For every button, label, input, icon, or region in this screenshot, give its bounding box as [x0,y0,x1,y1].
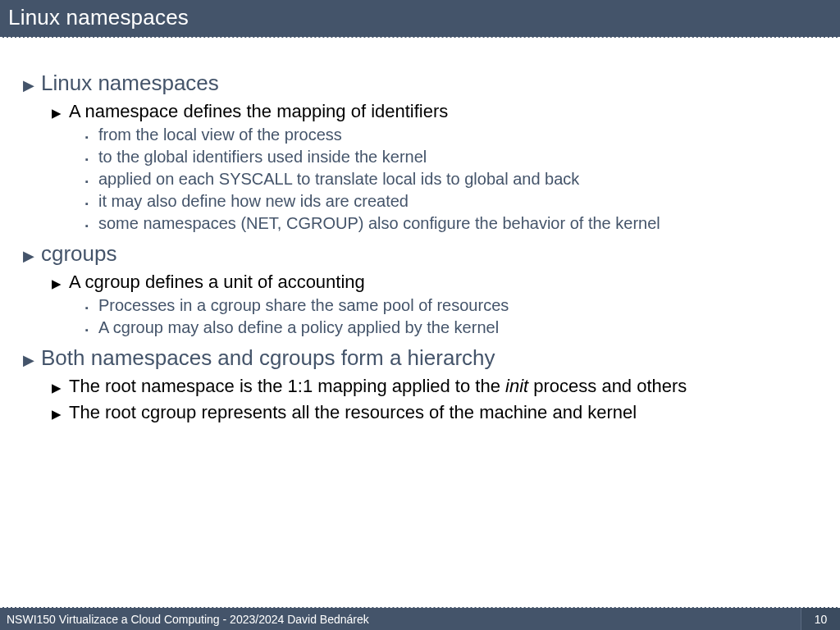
level3-item: ▪applied on each SYSCALL to translate lo… [75,170,824,189]
level2-item: ▶A namespace defines the mapping of iden… [44,101,824,122]
slide-footer: NSWI150 Virtualizace a Cloud Computing -… [0,607,840,630]
footer-page-number: 10 [801,608,840,630]
level2-text: A cgroup defines a unit of accounting [69,272,365,293]
square-bullet-icon: ▪ [75,199,98,208]
triangle-right-icon: ▶ [44,407,69,422]
slide-title: Linux namespaces [0,0,840,38]
level2-item: ▶The root cgroup represents all the reso… [44,402,824,423]
level3-text: applied on each SYSCALL to translate loc… [98,170,579,189]
level3-item: ▪A cgroup may also define a policy appli… [75,318,824,337]
triangle-right-icon: ▶ [16,351,41,369]
square-bullet-icon: ▪ [75,303,98,313]
level2-item: ▶The root namespace is the 1:1 mapping a… [44,376,824,397]
level1-text: Both namespaces and cgroups form a hiera… [41,345,495,371]
square-bullet-icon: ▪ [75,154,98,164]
square-bullet-icon: ▪ [75,132,98,142]
square-bullet-icon: ▪ [75,221,98,231]
level3-item: ▪some namespaces (NET, CGROUP) also conf… [75,214,824,233]
level2-text: A namespace defines the mapping of ident… [69,101,448,122]
level3-item: ▪it may also define how new ids are crea… [75,192,824,211]
level3-text: Processes in a cgroup share the same poo… [98,296,509,315]
level1-item: ▶Linux namespaces [16,71,824,96]
triangle-right-icon: ▶ [44,276,69,291]
slide-content: ▶Linux namespaces▶A namespace defines th… [0,38,840,435]
footer-course: NSWI150 Virtualizace a Cloud Computing -… [0,613,801,626]
triangle-right-icon: ▶ [44,106,69,121]
level3-text: A cgroup may also define a policy applie… [98,318,499,337]
triangle-right-icon: ▶ [16,76,41,94]
square-bullet-icon: ▪ [75,176,98,186]
level1-item: ▶Both namespaces and cgroups form a hier… [16,345,824,371]
level3-item: ▪to the global identifiers used inside t… [75,148,824,167]
level1-text: cgroups [41,241,117,267]
square-bullet-icon: ▪ [75,325,98,335]
level1-item: ▶cgroups [16,241,824,267]
level3-item: ▪Processes in a cgroup share the same po… [75,296,824,315]
level3-text: to the global identifiers used inside th… [98,148,427,167]
level2-text: The root cgroup represents all the resou… [69,402,637,423]
triangle-right-icon: ▶ [16,247,41,265]
level2-item: ▶A cgroup defines a unit of accounting [44,272,824,293]
level3-text: from the local view of the process [98,126,342,144]
triangle-right-icon: ▶ [44,381,69,395]
level3-text: it may also define how new ids are creat… [98,192,409,211]
level3-text: some namespaces (NET, CGROUP) also confi… [98,214,660,233]
level3-item: ▪from the local view of the process [75,126,824,144]
level1-text: Linux namespaces [41,71,219,96]
level2-text: The root namespace is the 1:1 mapping ap… [69,376,687,397]
